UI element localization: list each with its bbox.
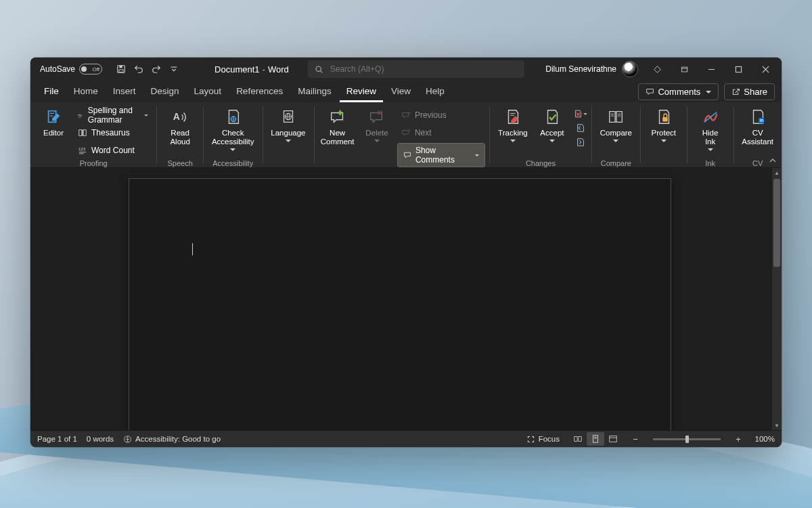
search-icon: [315, 65, 323, 74]
qat-customize-button[interactable]: [166, 61, 182, 77]
minimize-button[interactable]: [699, 60, 723, 79]
thesaurus-button[interactable]: Thesaurus: [74, 124, 152, 142]
editor-button[interactable]: Editor: [35, 105, 72, 159]
undo-icon: [134, 64, 143, 74]
coming-soon-button[interactable]: [645, 60, 669, 79]
comment-icon: [646, 87, 654, 96]
save-button[interactable]: [113, 61, 129, 77]
print-layout-button[interactable]: [587, 432, 604, 446]
group-label-ink: Ink: [705, 159, 715, 169]
zoom-in-button[interactable]: +: [734, 434, 742, 444]
focus-mode-button[interactable]: Focus: [526, 435, 560, 444]
group-label-compare: Compare: [601, 159, 631, 169]
zoom-slider[interactable]: [653, 438, 721, 440]
protect-button[interactable]: Protect: [645, 105, 683, 159]
hide-ink-button[interactable]: Hide Ink: [692, 105, 729, 159]
read-aloud-button[interactable]: A Read Aloud: [161, 105, 199, 159]
tab-mailings[interactable]: Mailings: [291, 82, 338, 102]
svg-line-5: [320, 70, 322, 72]
web-layout-button[interactable]: [604, 432, 622, 446]
svg-rect-6: [681, 67, 687, 72]
maximize-button[interactable]: [726, 60, 750, 79]
zoom-level[interactable]: 100%: [752, 435, 775, 443]
save-icon: [116, 64, 126, 74]
autosave-toggle[interactable]: AutoSave Off: [40, 64, 102, 75]
autosave-label: AutoSave: [40, 64, 75, 74]
zoom-out-button[interactable]: −: [631, 434, 639, 444]
tab-layout[interactable]: Layout: [187, 82, 229, 102]
titlebar: AutoSave Off Document1 - Word: [30, 58, 782, 81]
status-page[interactable]: Page 1 of 1: [37, 435, 77, 443]
previous-change-button[interactable]: [574, 121, 587, 135]
accessibility-status-icon: [123, 435, 132, 444]
scroll-down-button[interactable]: ▼: [772, 421, 782, 430]
accept-button[interactable]: Accept: [533, 105, 571, 159]
svg-point-40: [127, 437, 129, 438]
undo-button[interactable]: [131, 61, 147, 77]
protect-icon: [654, 108, 673, 127]
tab-file[interactable]: File: [37, 82, 66, 102]
reject-icon: [574, 109, 583, 119]
cv-icon: in: [748, 108, 767, 127]
tracking-button[interactable]: Tracking: [494, 105, 532, 159]
next-comment-button[interactable]: Next: [397, 124, 485, 142]
search-input[interactable]: [329, 64, 518, 75]
svg-rect-3: [171, 67, 177, 68]
statusbar: Page 1 of 1 0 words Accessibility: Good …: [30, 430, 782, 447]
svg-rect-36: [662, 117, 667, 122]
tab-design[interactable]: Design: [144, 82, 186, 102]
svg-rect-44: [610, 436, 617, 442]
share-button[interactable]: Share: [724, 83, 775, 100]
reject-button[interactable]: [574, 107, 587, 121]
ribbon-collapse-button[interactable]: [767, 155, 779, 166]
redo-button[interactable]: [148, 61, 164, 77]
delete-comment-button[interactable]: Delete: [358, 105, 396, 159]
tab-help[interactable]: Help: [419, 82, 451, 102]
next-change-button[interactable]: [574, 135, 587, 149]
close-button[interactable]: [753, 60, 777, 79]
language-button[interactable]: Language: [267, 105, 309, 159]
status-accessibility[interactable]: Accessibility: Good to go: [123, 435, 221, 444]
accept-icon: [543, 108, 562, 127]
read-mode-button[interactable]: [569, 432, 587, 446]
new-comment-button[interactable]: New Comment: [318, 105, 357, 159]
accessibility-icon: [223, 108, 242, 127]
check-accessibility-button[interactable]: Check Accessibility: [208, 105, 258, 159]
focus-icon: [526, 435, 535, 444]
spelling-grammar-button[interactable]: abc Spelling and Grammar: [74, 106, 152, 124]
compare-button[interactable]: Compare: [596, 105, 636, 159]
status-words[interactable]: 0 words: [87, 435, 114, 443]
scroll-up-button[interactable]: ▲: [772, 168, 782, 177]
view-buttons: [569, 432, 622, 446]
previous-comment-button[interactable]: Previous: [397, 106, 485, 124]
tab-review[interactable]: Review: [340, 82, 383, 102]
maximize-icon: [735, 66, 742, 73]
autosave-switch[interactable]: Off: [79, 64, 102, 75]
page[interactable]: [129, 178, 671, 430]
word-count-button[interactable]: 123 Word Count: [74, 142, 152, 159]
group-proofing: Editor abc Spelling and Grammar Thesauru…: [30, 102, 156, 167]
prev-change-icon: [576, 123, 585, 133]
minimize-icon: [708, 66, 715, 73]
user-avatar[interactable]: [622, 61, 638, 77]
tab-home[interactable]: Home: [67, 82, 105, 102]
tab-insert[interactable]: Insert: [106, 82, 143, 102]
quick-access-toolbar: [113, 61, 182, 77]
group-speech: A Read Aloud Speech: [157, 102, 203, 167]
scroll-thumb[interactable]: [773, 179, 780, 267]
comments-button[interactable]: Comments: [638, 83, 719, 100]
group-changes: Tracking Accept: [490, 102, 591, 167]
read-mode-icon: [573, 434, 583, 444]
tab-references[interactable]: References: [229, 82, 290, 102]
ribbon-display-button[interactable]: [672, 60, 696, 79]
user-name[interactable]: Dilum Senevirathne: [545, 64, 616, 74]
group-label-proofing: Proofing: [80, 159, 108, 169]
vertical-scrollbar[interactable]: ▲ ▼: [772, 168, 782, 430]
delete-comment-icon: [367, 108, 386, 127]
tab-view[interactable]: View: [384, 82, 418, 102]
document-area[interactable]: ▲ ▼: [30, 168, 782, 430]
group-label-cv: CV: [752, 159, 763, 169]
show-comments-button[interactable]: Show Comments: [397, 143, 485, 167]
search-box[interactable]: [308, 60, 524, 78]
cv-assistant-button[interactable]: in CV Assistant: [738, 105, 777, 159]
